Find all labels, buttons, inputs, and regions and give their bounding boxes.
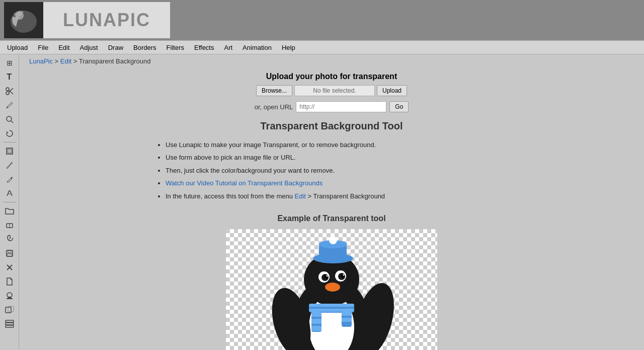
nav-adjust[interactable]: Adjust (75, 42, 103, 53)
grid-icon[interactable]: ⊞ (2, 56, 17, 69)
svg-rect-56 (311, 312, 321, 317)
svg-rect-58 (311, 326, 321, 331)
nav-filters[interactable]: Filters (162, 42, 189, 53)
nav-help[interactable]: Help (277, 42, 300, 53)
upload-section: Upload your photo for transparent Browse… (29, 72, 634, 112)
main-layout: ⊞ T (0, 54, 644, 350)
svg-point-2 (6, 92, 9, 95)
dropper-icon[interactable] (2, 173, 17, 186)
svg-point-40 (329, 236, 337, 244)
content: LunaPic > Edit > Transparent Background … (19, 54, 644, 350)
svg-marker-9 (7, 131, 9, 133)
svg-rect-26 (6, 320, 14, 322)
url-input[interactable] (296, 101, 386, 112)
sidebar-divider-2 (3, 202, 16, 202)
layers-icon[interactable] (2, 317, 17, 330)
nav-edit[interactable]: Edit (53, 42, 74, 53)
clone-icon[interactable] (2, 303, 17, 316)
breadcrumb-sep1: > (55, 57, 60, 65)
go-button[interactable]: Go (389, 101, 409, 112)
paintbrush-icon[interactable] (2, 159, 17, 172)
nav-effects[interactable]: Effects (189, 42, 219, 53)
crop-icon[interactable] (2, 145, 17, 158)
video-tutorial-link[interactable]: Watch our Video Tutorial on Transparent … (166, 179, 323, 187)
save-icon[interactable] (2, 247, 17, 260)
browse-button[interactable]: Browse... (256, 85, 292, 96)
upload-form-row: Browse... No file selected. Upload (29, 85, 634, 96)
svg-line-8 (11, 121, 13, 123)
rotate-icon[interactable] (2, 127, 17, 140)
header: LUNAPIC (0, 0, 644, 40)
swirl-icon[interactable] (2, 233, 17, 246)
navbar: Upload File Edit Adjust Draw Borders Fil… (0, 40, 644, 54)
pencil-icon[interactable] (2, 99, 17, 112)
breadcrumb-lunapic-link[interactable]: LunaPic (29, 57, 53, 65)
svg-line-4 (9, 88, 13, 92)
logo-text: LUNAPIC (63, 10, 150, 31)
sidebar-divider-1 (3, 142, 16, 143)
penguin-illustration (226, 229, 437, 350)
svg-rect-22 (8, 297, 11, 298)
breadcrumb-edit-link[interactable]: Edit (60, 57, 71, 65)
example-section: Example of Transparent tool (29, 214, 634, 350)
svg-line-12 (7, 181, 8, 183)
magnify-icon[interactable] (2, 113, 17, 126)
file-name-display: No file selected. (294, 85, 375, 96)
svg-rect-11 (8, 149, 12, 153)
example-title: Example of Transparent tool (29, 214, 634, 223)
svg-point-48 (343, 274, 345, 275)
svg-rect-16 (7, 250, 13, 256)
svg-line-5 (9, 90, 13, 94)
svg-rect-57 (311, 319, 321, 324)
svg-rect-53 (309, 304, 354, 307)
svg-rect-60 (342, 312, 352, 316)
logo-text-box: LUNAPIC (43, 2, 170, 38)
tool-bullet-4: Watch our Video Tutorial on Transparent … (166, 177, 513, 189)
stamp-icon[interactable] (2, 289, 17, 302)
nav-upload[interactable]: Upload (2, 42, 33, 53)
tool-bullet-5: In the future, access this tool from the… (166, 190, 513, 202)
tool-title: Transparent Background Tool (150, 120, 513, 132)
nav-file[interactable]: File (33, 42, 53, 53)
svg-rect-23 (7, 298, 13, 299)
pen-icon[interactable] (2, 187, 17, 200)
svg-point-47 (327, 275, 328, 276)
tool-section: Transparent Background Tool Use Lunapic … (150, 120, 513, 202)
nav-draw[interactable]: Draw (103, 42, 128, 53)
tool-bullet-2: Use form above to pick an image file or … (166, 152, 513, 163)
tool-bullet-1: Use Lunapic to make your image Transpare… (166, 139, 513, 151)
x-icon[interactable] (2, 261, 17, 274)
svg-rect-61 (342, 318, 352, 322)
nav-borders[interactable]: Borders (128, 42, 162, 53)
eraser-icon[interactable] (2, 219, 17, 232)
nav-animation[interactable]: Animation (237, 42, 277, 53)
breadcrumb-sep2: > (73, 57, 79, 65)
edit-menu-link[interactable]: Edit (295, 192, 306, 200)
url-label: or, open URL (255, 103, 293, 111)
svg-point-7 (7, 116, 12, 121)
nav-art[interactable]: Art (219, 42, 237, 53)
svg-rect-28 (6, 325, 14, 327)
svg-point-49 (325, 283, 340, 292)
svg-rect-27 (6, 323, 14, 325)
folder-icon[interactable] (2, 204, 17, 218)
svg-point-3 (6, 88, 9, 91)
url-row: or, open URL Go (29, 101, 634, 112)
new-doc-icon[interactable] (2, 275, 17, 288)
breadcrumb-current: Transparent Background (79, 57, 151, 65)
breadcrumb: LunaPic > Edit > Transparent Background (29, 57, 634, 65)
tool-list: Use Lunapic to make your image Transpare… (150, 139, 513, 202)
svg-rect-54 (309, 309, 354, 312)
logo-box: LUNAPIC (4, 2, 170, 38)
svg-point-1 (16, 12, 24, 20)
logo-icon (4, 2, 43, 38)
upload-title: Upload your photo for transparent (29, 72, 634, 81)
tool-bullet-3: Then, just click the color/background yo… (166, 165, 513, 176)
scissors-icon[interactable] (2, 85, 17, 98)
sidebar: ⊞ T (0, 54, 19, 350)
upload-button[interactable]: Upload (377, 85, 407, 96)
text-tool-icon[interactable]: T (2, 71, 17, 84)
